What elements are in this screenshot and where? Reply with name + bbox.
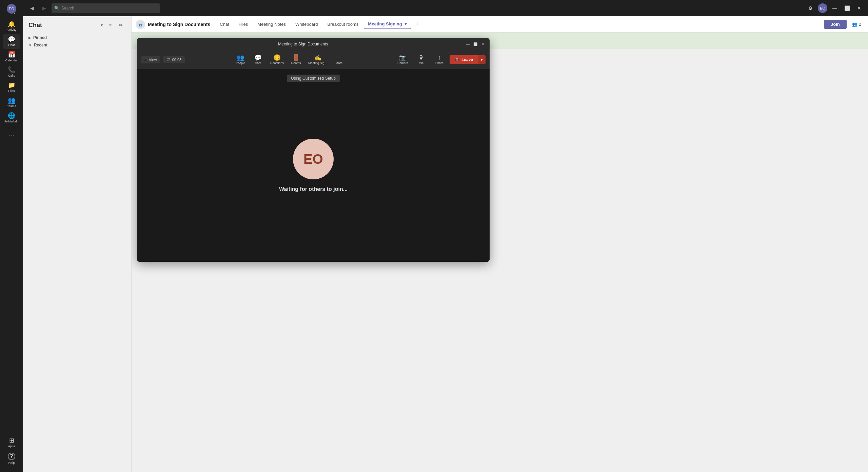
sidebar-item-calls[interactable]: 📞 Calls	[3, 65, 20, 79]
leave-chevron-btn[interactable]: ▾	[478, 55, 486, 64]
recent-section-header[interactable]: ▼ Recent	[23, 41, 131, 49]
helloworld-icon: 🌐	[8, 113, 15, 119]
reactions-tool-btn[interactable]: 😊 Reactions	[268, 53, 287, 66]
close-app-btn[interactable]: ✕	[854, 3, 864, 13]
tab-chat[interactable]: Chat	[216, 20, 233, 29]
search-bar[interactable]: 🔍 Search	[52, 3, 160, 13]
recent-chevron-icon: ▼	[28, 43, 32, 47]
add-tab-btn[interactable]: +	[412, 20, 422, 29]
sidebar-item-teams[interactable]: 👥 Teams	[3, 95, 20, 110]
view-btn[interactable]: ⊞ View	[141, 56, 160, 63]
settings-icon-btn[interactable]: ⚙	[806, 3, 815, 13]
search-placeholder: Search	[61, 6, 74, 11]
more-icon: ···	[8, 133, 15, 138]
rooms-tool-icon: 🚪	[292, 55, 300, 61]
meeting-title: Meeting to Sign Documents	[148, 22, 210, 27]
camera-tool-btn[interactable]: 📷 Camera	[395, 53, 411, 66]
join-button[interactable]: Join	[824, 20, 847, 29]
back-btn[interactable]: ◀	[27, 3, 37, 13]
chat-sidebar-chevron-icon[interactable]: ▾	[101, 23, 103, 27]
rooms-tool-btn[interactable]: 🚪 Rooms	[288, 53, 304, 66]
search-icon: 🔍	[54, 6, 59, 11]
inner-layout: Chat ▾ ≡ ✏ ▶ Pinned ▼ Recent	[23, 16, 868, 472]
chat-sidebar-header: Chat ▾ ≡ ✏	[23, 16, 131, 34]
calendar-icon: 📅	[8, 52, 15, 58]
sidebar-item-chat[interactable]: 💬 Chat	[3, 34, 20, 49]
leave-btn-wrap: 📵 Leave ▾	[450, 55, 486, 64]
maximize-btn[interactable]: ⬜	[842, 3, 852, 13]
participants-icon: 👥	[852, 22, 857, 27]
toolbar-center: 👥 People 💬 Chat 😊 Reactions	[186, 53, 393, 66]
window-maximize-btn[interactable]: ⬜	[473, 41, 478, 47]
sidebar-item-calendar[interactable]: 📅 Calendar	[3, 50, 20, 64]
tab-breakout-rooms[interactable]: Breakout rooms	[323, 20, 363, 29]
window-minimize-btn[interactable]: —	[465, 41, 471, 47]
content-area: 👥 Meeting to Sign Documents Chat Files M…	[132, 16, 868, 472]
meeting-tabbar: 👥 Meeting to Sign Documents Chat Files M…	[132, 16, 868, 33]
sidebar-item-helloworld[interactable]: 🌐 HelloWorl...	[3, 111, 20, 125]
reactions-tool-icon: 😊	[273, 55, 281, 61]
compose-btn[interactable]: ✏	[116, 20, 126, 30]
share-tool-icon: ↑	[438, 55, 441, 61]
forward-btn[interactable]: ▶	[39, 3, 49, 13]
svg-text:👥: 👥	[139, 23, 143, 27]
people-tool-icon: 👥	[237, 55, 244, 61]
help-icon: ?	[8, 453, 15, 460]
meeting-tab-title: 👥 Meeting to Sign Documents	[136, 20, 210, 29]
waiting-text: Waiting for others to join...	[279, 186, 348, 192]
pinned-section-header[interactable]: ▶ Pinned	[23, 34, 131, 41]
minimize-btn[interactable]: —	[830, 3, 840, 13]
more-tool-btn[interactable]: ··· More	[331, 53, 347, 66]
tab-chevron-icon: ▾	[405, 21, 407, 26]
chat-tool-icon: 💬	[254, 55, 262, 61]
mic-tool-icon: 🎙	[418, 55, 424, 61]
share-tool-btn[interactable]: ↑ Share	[431, 53, 448, 66]
sidebar-item-files[interactable]: 📁 Files	[3, 80, 20, 95]
people-tool-btn[interactable]: 👥 People	[232, 53, 249, 66]
timer-value: 00:03	[172, 58, 182, 62]
activity-icon: 🔔	[8, 21, 15, 27]
calls-icon: 📞	[8, 67, 15, 73]
chat-sidebar: Chat ▾ ≡ ✏ ▶ Pinned ▼ Recent	[23, 16, 132, 472]
chat-tool-btn[interactable]: 💬 Chat	[250, 53, 266, 66]
meeting-window-title: Meeting to Sign Documents	[141, 42, 465, 46]
meeting-window-titlebar: Meeting to Sign Documents — ⬜ ✕	[137, 38, 490, 50]
toolbar-left: ⊞ View 🛡 00:03	[141, 56, 185, 63]
meeting-icon: 👥	[136, 20, 145, 29]
pinned-chevron-icon: ▶	[28, 36, 31, 40]
tab-meeting-signing[interactable]: Meeting Signing ▾	[364, 19, 411, 29]
tab-right: Join 👥 2	[824, 20, 864, 29]
tab-meeting-notes[interactable]: Meeting Notes	[253, 20, 290, 29]
sidebar-item-help[interactable]: ? Help	[3, 451, 20, 467]
chat-icon: 💬	[8, 36, 15, 42]
meeting-sig-tool-icon: ✍	[314, 55, 321, 61]
window-close-btn[interactable]: ✕	[480, 41, 486, 47]
topbar-right: ⚙ EO — ⬜ ✕	[806, 3, 864, 13]
files-icon: 📁	[8, 82, 15, 88]
mic-tool-btn[interactable]: 🎙 Mic	[413, 53, 429, 66]
sidebar-item-more[interactable]: ···	[3, 131, 20, 140]
sidebar-bottom-nav: ⊞ Apps ? Help	[3, 435, 20, 467]
tab-files[interactable]: Files	[235, 20, 252, 29]
participant-avatar: EO	[293, 139, 334, 179]
more-tool-icon: ···	[336, 55, 343, 61]
view-icon: ⊞	[144, 58, 147, 62]
meeting-video-area: Using Customised Setup EO Waiting for ot…	[137, 69, 490, 262]
toolbar-right: 📷 Camera 🎙 Mic ↑ Share	[395, 53, 486, 66]
tab-whiteboard[interactable]: Whiteboard	[291, 20, 322, 29]
page-content: Meeting to Sign Documents — ⬜ ✕ ⊞ View	[132, 33, 868, 472]
participants-btn[interactable]: 👥 2	[849, 20, 864, 28]
sidebar-item-activity[interactable]: 🔔 Activity	[3, 19, 20, 34]
filter-btn[interactable]: ≡	[105, 20, 115, 30]
timer-badge: 🛡 00:03	[163, 56, 185, 63]
meeting-sig-tool-btn[interactable]: ✍ Meeting Sig...	[305, 53, 330, 66]
leave-button[interactable]: 📵 Leave	[450, 55, 478, 64]
window-controls: — ⬜ ✕	[465, 41, 486, 47]
topbar-avatar[interactable]: EO	[818, 3, 827, 13]
main-area: ◀ ▶ 🔍 Search ⚙ EO — ⬜ ✕ Chat ▾ ≡ ✏	[23, 0, 868, 472]
app-sidebar: EO 🔔 Activity 💬 Chat 📅 Calendar 📞 Calls …	[0, 0, 23, 472]
leave-phone-icon: 📵	[454, 57, 459, 62]
timer-icon: 🛡	[166, 58, 170, 62]
sidebar-item-apps[interactable]: ⊞ Apps	[3, 435, 20, 450]
meeting-window: Meeting to Sign Documents — ⬜ ✕ ⊞ View	[137, 38, 490, 262]
